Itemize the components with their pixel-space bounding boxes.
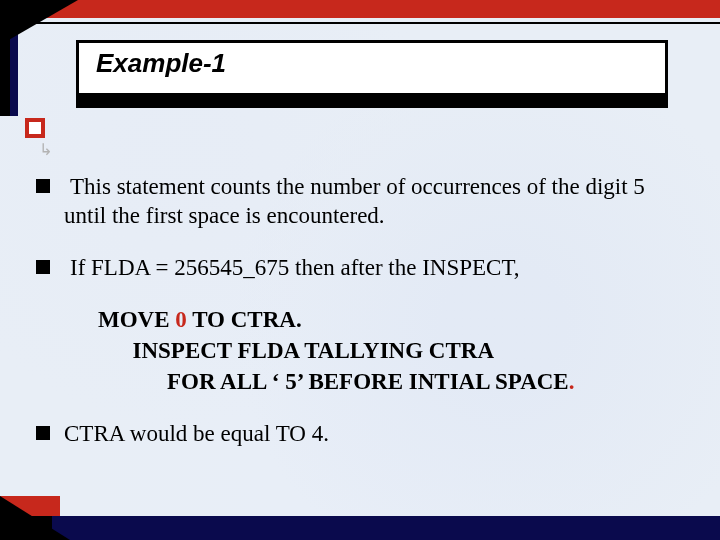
code-block: MOVE 0 TO CTRA. INSPECT FLDA TALLYING CT… bbox=[98, 304, 686, 397]
code-3a: FOR ALL ‘ 5’ BEFORE INTIAL SPACE bbox=[98, 369, 569, 394]
return-arrow-icon: ↳ bbox=[39, 140, 52, 159]
bullet-1-text: This statement counts the number of occu… bbox=[64, 174, 645, 228]
code-1b: TO CTRA. bbox=[187, 307, 302, 332]
content-area: This statement counts the number of occu… bbox=[36, 172, 686, 471]
code-line: MOVE 0 TO CTRA. bbox=[98, 304, 686, 335]
bullet-item: CTRA would be equal TO 4. bbox=[36, 419, 686, 448]
code-line: FOR ALL ‘ 5’ BEFORE INTIAL SPACE. bbox=[98, 366, 686, 397]
bullet-text: This statement counts the number of occu… bbox=[64, 172, 686, 231]
bullet-item: If FLDA = 256545_675 then after the INSP… bbox=[36, 253, 686, 282]
top-red-bar bbox=[0, 0, 720, 18]
bullet-2-text: If FLDA = 256545_675 then after the INSP… bbox=[70, 255, 520, 280]
code-3-dot: . bbox=[569, 369, 575, 394]
slide-title: Example-1 bbox=[96, 48, 226, 79]
code-1-num: 0 bbox=[175, 307, 187, 332]
bullet-text: CTRA would be equal TO 4. bbox=[64, 419, 329, 448]
bottom-navy-bar bbox=[0, 516, 720, 540]
top-left-wedge-icon bbox=[0, 0, 78, 45]
top-thin-line bbox=[10, 22, 720, 24]
code-1a: MOVE bbox=[98, 307, 175, 332]
bullet-square-icon bbox=[36, 260, 50, 274]
bottom-left-wedge-icon bbox=[0, 496, 70, 540]
bullet-item: This statement counts the number of occu… bbox=[36, 172, 686, 231]
slide: Example-1 ↳ This statement counts the nu… bbox=[0, 0, 720, 540]
side-marker-inner bbox=[29, 122, 41, 134]
code-line: INSPECT FLDA TALLYING CTRA bbox=[98, 335, 686, 366]
bullet-square-icon bbox=[36, 179, 50, 193]
bullet-text: If FLDA = 256545_675 then after the INSP… bbox=[64, 253, 520, 282]
bullet-square-icon bbox=[36, 426, 50, 440]
